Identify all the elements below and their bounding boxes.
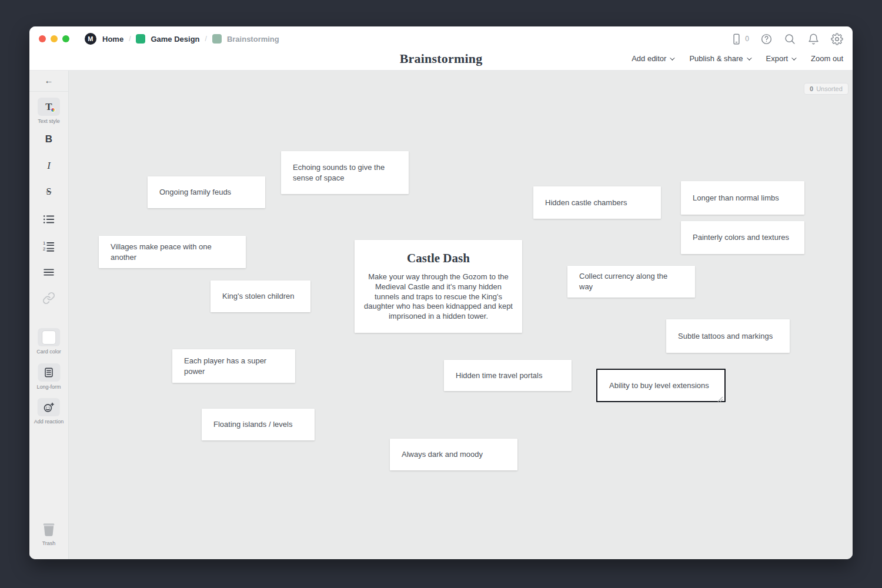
card-text: Hidden time travel portals xyxy=(456,370,560,381)
header-title-row: Brainstorming Add editor Publish & share… xyxy=(29,51,853,71)
breadcrumb-brainstorming[interactable]: Brainstorming xyxy=(227,35,279,44)
numbered-list-button[interactable]: 12 xyxy=(42,239,55,252)
bullet-list-button[interactable] xyxy=(42,213,55,226)
notifications-bell-icon[interactable] xyxy=(807,33,820,45)
back-arrow-icon: ← xyxy=(45,75,54,85)
note-card[interactable]: Floating islands / levels xyxy=(202,409,315,440)
settings-gear-icon[interactable] xyxy=(831,33,843,45)
add-reaction-label: Add reaction xyxy=(34,419,64,425)
note-card[interactable]: Hidden time travel portals xyxy=(444,360,572,391)
page-title: Brainstorming xyxy=(400,51,483,66)
add-editor-button[interactable]: Add editor xyxy=(632,54,673,63)
add-reaction-button[interactable]: Add reaction xyxy=(34,398,64,425)
add-reaction-smiley-icon xyxy=(38,398,60,416)
app-window: M Home / Game Design / Brainstorming 0 xyxy=(29,26,853,559)
breadcrumb-separator: / xyxy=(129,35,131,43)
card-text: Echoing sounds to give the sense of spac… xyxy=(293,162,397,183)
note-card[interactable]: Collect currency along the way xyxy=(567,266,695,298)
breadcrumb-home[interactable]: Home xyxy=(102,35,123,44)
add-editor-label: Add editor xyxy=(632,54,666,63)
device-preview-group[interactable]: 0 xyxy=(730,33,749,45)
card-text: King's stolen children xyxy=(222,291,299,302)
milanote-logo[interactable]: M xyxy=(85,33,96,45)
publish-share-button[interactable]: Publish & share xyxy=(689,54,750,63)
note-card[interactable]: Castle DashMake your way through the Goz… xyxy=(355,240,522,333)
unsorted-label: Unsorted xyxy=(816,85,843,92)
color-wheel-icon xyxy=(51,108,55,112)
bullet-list-icon xyxy=(42,213,55,226)
header-menu: Add editor Publish & share Export Zoom o… xyxy=(632,54,843,63)
long-form-document-icon xyxy=(38,363,60,382)
note-card[interactable]: Longer than normal limbs xyxy=(681,181,804,215)
export-button[interactable]: Export xyxy=(766,54,796,63)
chevron-down-icon xyxy=(747,55,751,60)
desktop-background: { "icons": { "back": "←", "logo_letter":… xyxy=(0,0,882,588)
breadcrumb-game-design[interactable]: Game Design xyxy=(151,35,199,44)
breadcrumb: Home / Game Design / Brainstorming xyxy=(102,34,279,44)
card-color-label: Card color xyxy=(36,349,61,355)
card-text: Hidden castle chambers xyxy=(545,198,649,208)
italic-button[interactable]: I xyxy=(47,160,51,172)
mobile-device-icon[interactable] xyxy=(730,33,743,45)
note-card[interactable]: Echoing sounds to give the sense of spac… xyxy=(281,151,409,194)
board-swatch-sage xyxy=(212,34,222,44)
trash-label: Trash xyxy=(42,540,56,546)
toolbar-sidebar: ← T Text style B I S 12 xyxy=(29,71,69,559)
note-card[interactable]: Each player has a super power xyxy=(172,349,295,383)
collapse-toolbar-button[interactable]: ← xyxy=(29,71,68,92)
note-card[interactable]: King's stolen children xyxy=(211,280,310,312)
align-button[interactable] xyxy=(42,266,55,279)
long-form-button[interactable]: Long-form xyxy=(36,363,61,390)
white-swatch xyxy=(42,331,55,344)
search-icon[interactable] xyxy=(784,33,796,45)
svg-text:2: 2 xyxy=(43,246,45,252)
strikethrough-button[interactable]: S xyxy=(46,186,52,197)
note-card[interactable]: Hidden castle chambers xyxy=(533,186,661,219)
note-card[interactable]: Villages make peace with one another xyxy=(99,236,246,268)
breadcrumb-separator: / xyxy=(205,35,207,43)
card-text: Each player has a super power xyxy=(184,356,283,376)
trash-icon xyxy=(40,520,58,538)
text-style-button[interactable]: T Text style xyxy=(38,98,60,124)
card-text: Collect currency along the way xyxy=(579,271,683,292)
publish-share-label: Publish & share xyxy=(689,54,743,63)
link-icon xyxy=(42,292,55,305)
card-title: Castle Dash xyxy=(364,251,513,266)
note-card[interactable]: Ongoing family feuds xyxy=(148,176,265,208)
link-button[interactable] xyxy=(42,292,55,305)
close-window-button[interactable] xyxy=(39,35,46,42)
align-lines-icon xyxy=(42,266,55,279)
minimize-window-button[interactable] xyxy=(51,35,58,42)
bold-icon: B xyxy=(45,133,52,145)
device-count: 0 xyxy=(745,35,749,43)
chevron-down-icon xyxy=(791,55,796,60)
help-icon[interactable] xyxy=(760,33,773,45)
export-label: Export xyxy=(766,54,789,63)
resize-handle[interactable] xyxy=(717,394,723,400)
italic-icon: I xyxy=(47,160,51,172)
card-color-button[interactable]: Card color xyxy=(36,328,61,355)
text-style-icon: T xyxy=(38,98,60,116)
numbered-list-icon: 12 xyxy=(42,239,55,252)
trash-button[interactable]: Trash xyxy=(40,520,58,546)
card-color-icon xyxy=(38,328,60,346)
unsorted-badge[interactable]: 0 Unsorted xyxy=(804,83,848,95)
note-card[interactable]: Subtle tattoos and markings xyxy=(666,319,790,353)
card-text: Floating islands / levels xyxy=(213,419,303,430)
card-text: Longer than normal limbs xyxy=(693,193,793,203)
traffic-lights xyxy=(39,35,69,42)
note-card-selected[interactable]: Ability to buy level extensions xyxy=(596,369,726,402)
card-text: Painterly colors and textures xyxy=(693,232,793,243)
zoom-out-label: Zoom out xyxy=(811,54,843,63)
card-text: Subtle tattoos and markings xyxy=(678,331,778,342)
note-card[interactable]: Painterly colors and textures xyxy=(681,221,804,254)
note-card[interactable]: Always dark and moody xyxy=(390,439,517,470)
canvas[interactable]: 0 Unsorted Echoing sounds to give the se… xyxy=(69,71,853,559)
card-text: Villages make peace with one another xyxy=(111,242,234,262)
zoom-out-button[interactable]: Zoom out xyxy=(811,54,843,63)
header-icon-group: 0 xyxy=(730,33,843,45)
long-form-label: Long-form xyxy=(36,384,61,390)
chevron-down-icon xyxy=(670,55,675,60)
maximize-window-button[interactable] xyxy=(62,35,69,42)
bold-button[interactable]: B xyxy=(45,133,52,145)
